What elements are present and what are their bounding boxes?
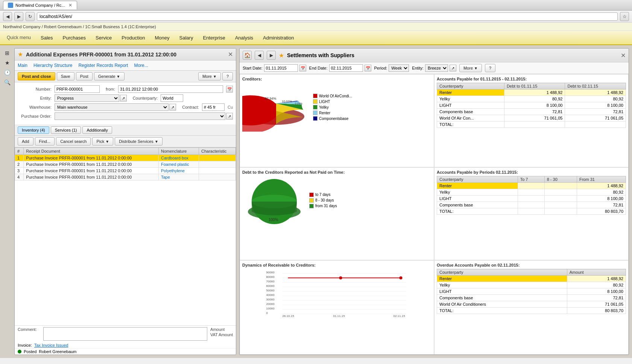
warehouse-open-button[interactable]: ↗ [169, 104, 176, 111]
pick-button[interactable]: Pick ▼ [92, 137, 113, 146]
back-panel-button[interactable]: ◀ [255, 51, 264, 60]
list-item[interactable]: TOTAL: 80 803,70 [437, 208, 626, 214]
cell-num: 1 [15, 155, 24, 161]
tab-hierarchy[interactable]: Hierarchy Structure [33, 62, 72, 69]
menu-service[interactable]: Service [91, 33, 116, 43]
warehouse-select[interactable]: Main warehouse [55, 103, 169, 111]
post-close-button[interactable]: Post and close [18, 72, 55, 80]
help-button[interactable]: ? [222, 72, 233, 80]
svg-text:10000: 10000 [266, 307, 275, 310]
refresh-button[interactable]: ↻ [26, 12, 35, 21]
list-item[interactable]: Renter 1 488,92 [437, 182, 626, 189]
start-date-input[interactable] [264, 64, 298, 72]
tab-close-button[interactable]: ✕ [68, 3, 72, 8]
cell-nomenclature: Polyethylene [159, 168, 199, 174]
ap-cell-debt2: 1 488,92 [565, 89, 626, 96]
generate-button[interactable]: Generate ▼ [94, 72, 125, 80]
list-item[interactable]: TOTAL: [437, 121, 626, 128]
list-item[interactable]: Components base 72,81 [437, 202, 626, 208]
panel-star-icon[interactable]: ★ [18, 51, 23, 58]
entity-settings-select[interactable]: Breeze [425, 64, 448, 72]
list-item[interactable]: World Of Air Conditioners 71 061,05 [437, 301, 626, 308]
comment-textarea[interactable] [43, 327, 207, 341]
back-button[interactable]: ◀ [3, 12, 12, 21]
save-button[interactable]: Save [57, 72, 74, 80]
invoice-label: Invoice: [18, 343, 32, 347]
settings-help-button[interactable]: ? [485, 64, 495, 72]
list-item[interactable]: Renter 1 488,92 1 488,92 [437, 89, 626, 96]
list-item[interactable]: LIGHT 8 100,00 [437, 288, 626, 295]
entity-select[interactable]: Progress [55, 94, 119, 102]
invoice-link[interactable]: Tax Invoice Issued [34, 343, 68, 347]
subtab-additionally[interactable]: Additionally [82, 126, 112, 134]
periods-cell-from31: 80 803,70 [577, 208, 626, 214]
legend-light-color [313, 99, 318, 104]
entity-settings-open-button[interactable]: ↗ [450, 65, 456, 71]
end-date-input[interactable] [329, 64, 363, 72]
from-date-input[interactable] [118, 85, 223, 93]
list-item[interactable]: Renter 1 488,92 [437, 276, 626, 282]
list-item[interactable]: LIGHT 8 100,00 8 100,00 [437, 102, 626, 109]
right-panel-close-button[interactable]: ✕ [621, 52, 626, 59]
subtab-inventory[interactable]: Inventory (4) [18, 126, 49, 134]
contract-input[interactable] [202, 103, 225, 111]
periods-cell-8-30 [544, 182, 577, 189]
browser-tab[interactable]: Northwind Company / Rc... ✕ [3, 1, 77, 9]
menu-administration[interactable]: Administration [258, 33, 298, 43]
end-date-picker-button[interactable]: 📅 [365, 65, 371, 71]
list-item[interactable]: Components base 72,81 [437, 295, 626, 301]
overdue-cell-name: World Of Air Conditioners [437, 301, 567, 308]
forward-panel-button[interactable]: ▶ [267, 51, 276, 60]
menu-sales[interactable]: Sales [36, 33, 58, 43]
more-button[interactable]: More ▼ [198, 72, 221, 80]
purchase-order-select[interactable] [55, 112, 225, 120]
list-item[interactable]: Yellky 80,92 [437, 282, 626, 288]
tab-more[interactable]: More... [134, 62, 148, 69]
bookmark-button[interactable]: ☆ [620, 12, 629, 21]
entity-open-button[interactable]: ↗ [120, 95, 127, 102]
table-row[interactable]: 2 Purchase Invoice PRFR-000001 from 11.0… [15, 161, 236, 168]
purchase-order-open-button[interactable]: ↗ [226, 113, 233, 120]
table-row[interactable]: 3 Purchase Invoice PRFR-000001 from 11.0… [15, 168, 236, 174]
list-item[interactable]: Components base 72,81 72,81 [437, 109, 626, 115]
post-button[interactable]: Post [76, 72, 93, 80]
distribute-services-button[interactable]: Distribute Services ▼ [115, 137, 163, 146]
settings-more-button[interactable]: More ▼ [459, 64, 482, 72]
list-item[interactable]: TOTAL: 80 803,70 [437, 308, 626, 314]
tab-register-records[interactable]: Register Records Report [78, 62, 128, 69]
settlements-star-icon[interactable]: ★ [279, 52, 284, 59]
number-input[interactable] [55, 85, 100, 93]
counterparty-input[interactable] [161, 94, 183, 102]
forward-button[interactable]: ▶ [14, 12, 23, 21]
search-icon[interactable]: 🔍 [4, 79, 11, 86]
periods-cell-from31: 72,81 [577, 202, 626, 208]
list-item[interactable]: Yellky 80,92 [437, 189, 626, 195]
menu-enterprise[interactable]: Enterprise [198, 33, 229, 43]
tab-main[interactable]: Main [18, 62, 27, 69]
subtab-services[interactable]: Services (1) [51, 126, 81, 134]
list-item[interactable]: Yellky 80,92 80,92 [437, 96, 626, 102]
menu-money[interactable]: Money [150, 33, 174, 43]
find-button[interactable]: Find... [35, 137, 55, 146]
menu-purchases[interactable]: Purchases [58, 33, 90, 43]
list-item[interactable]: World Of Air Con... 71 061,05 71 061,05 [437, 115, 626, 121]
clock-icon[interactable]: 🕐 [4, 69, 11, 76]
menu-quick[interactable]: Quick menu [2, 33, 35, 42]
star-icon[interactable]: ★ [4, 59, 11, 66]
menu-production[interactable]: Production [117, 33, 149, 43]
periods-cell-name: Yellky [437, 189, 518, 195]
left-panel-close-button[interactable]: ✕ [228, 51, 233, 58]
table-row[interactable]: 1 Purchase Invoice PRFR-000001 from 11.0… [15, 155, 236, 161]
table-row[interactable]: 4 Purchase Invoice PRFR-000001 from 11.0… [15, 174, 236, 180]
start-date-picker-button[interactable]: 📅 [299, 65, 306, 71]
menu-analysis[interactable]: Analysis [231, 33, 258, 43]
period-select[interactable]: Week [389, 64, 409, 72]
date-picker-button[interactable]: 📅 [226, 86, 233, 93]
add-button[interactable]: Add [18, 137, 33, 146]
cancel-search-button[interactable]: Cancel search [56, 137, 91, 146]
grid-icon[interactable]: ⊞ [4, 50, 11, 56]
menu-salary[interactable]: Salary [175, 33, 198, 43]
home-button[interactable]: 🏠 [243, 51, 252, 60]
list-item[interactable]: LIGHT 8 100,00 [437, 195, 626, 202]
address-bar[interactable] [37, 12, 618, 21]
